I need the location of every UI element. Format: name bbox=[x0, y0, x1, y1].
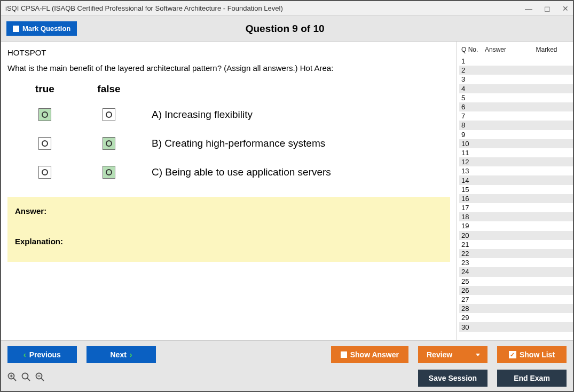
list-item[interactable]: 11 bbox=[459, 148, 573, 157]
list-item[interactable]: 14 bbox=[459, 175, 573, 185]
hotspot-row: B) Creating high-performance systems bbox=[23, 137, 452, 150]
svg-line-1 bbox=[13, 378, 16, 381]
header-true: true bbox=[23, 83, 66, 95]
list-item[interactable]: 25 bbox=[459, 277, 573, 286]
mark-question-button[interactable]: Mark Question bbox=[6, 21, 77, 36]
radio-true[interactable] bbox=[38, 137, 51, 150]
review-label: Review bbox=[427, 350, 452, 359]
next-button[interactable]: Next › bbox=[87, 346, 156, 363]
answer-label: Answer: bbox=[15, 206, 443, 215]
zoom-out-icon[interactable] bbox=[35, 372, 45, 385]
mark-question-label: Mark Question bbox=[22, 25, 70, 33]
radio-false[interactable] bbox=[103, 166, 115, 179]
window-title: iSQI CPSA-FL (ISAQB Certified Profession… bbox=[5, 4, 525, 12]
app-window: iSQI CPSA-FL (ISAQB Certified Profession… bbox=[0, 0, 574, 392]
radio-false[interactable] bbox=[103, 108, 115, 121]
list-item[interactable]: 21 bbox=[459, 240, 573, 249]
question-list[interactable]: 1234567891011121314151617181920212223242… bbox=[459, 57, 573, 340]
option-text: C) Being able to use application servers bbox=[152, 166, 331, 178]
question-counter: Question 9 of 10 bbox=[77, 23, 493, 35]
list-item[interactable]: 10 bbox=[459, 139, 573, 148]
col-marked: Marked bbox=[522, 46, 571, 53]
titlebar: iSQI CPSA-FL (ISAQB Certified Profession… bbox=[1, 1, 573, 16]
list-item[interactable]: 16 bbox=[459, 194, 573, 203]
list-item[interactable]: 6 bbox=[459, 102, 573, 111]
svg-point-4 bbox=[22, 373, 28, 379]
list-item[interactable]: 4 bbox=[459, 84, 573, 93]
list-item[interactable]: 22 bbox=[459, 249, 573, 258]
review-button[interactable]: Review bbox=[418, 346, 487, 363]
explanation-label: Explanation: bbox=[15, 237, 443, 246]
end-exam-button[interactable]: End Exam bbox=[497, 370, 567, 387]
list-item[interactable]: 30 bbox=[459, 322, 573, 331]
list-item[interactable]: 17 bbox=[459, 203, 573, 212]
list-item[interactable]: 18 bbox=[459, 212, 573, 221]
next-label: Next bbox=[110, 350, 126, 359]
col-answer: Answer bbox=[485, 46, 522, 53]
close-icon[interactable]: ✕ bbox=[562, 4, 569, 13]
list-item[interactable]: 23 bbox=[459, 258, 573, 267]
radio-true[interactable] bbox=[38, 108, 51, 121]
list-item[interactable]: 20 bbox=[459, 231, 573, 240]
hotspot-grid: true false A) Increasing flexibilityB) C… bbox=[7, 83, 452, 195]
list-item[interactable]: 3 bbox=[459, 75, 573, 84]
list-item[interactable]: 1 bbox=[459, 57, 573, 66]
check-icon: ✓ bbox=[509, 351, 516, 358]
show-answer-label: Show Answer bbox=[350, 350, 399, 359]
show-list-button[interactable]: ✓ Show List bbox=[497, 346, 567, 363]
svg-line-7 bbox=[41, 378, 44, 381]
question-list-panel: Q No. Answer Marked 12345678910111213141… bbox=[457, 42, 573, 340]
save-session-button[interactable]: Save Session bbox=[418, 370, 487, 387]
option-text: B) Creating high-performance systems bbox=[152, 138, 325, 149]
chevron-down-icon bbox=[476, 354, 480, 356]
question-list-header: Q No. Answer Marked bbox=[459, 45, 573, 57]
previous-button[interactable]: ‹ Previous bbox=[7, 346, 77, 363]
list-item[interactable]: 8 bbox=[459, 121, 573, 130]
list-item[interactable]: 5 bbox=[459, 93, 573, 102]
hotspot-row: A) Increasing flexibility bbox=[23, 108, 452, 121]
svg-line-5 bbox=[27, 378, 30, 381]
checkbox-icon bbox=[13, 26, 19, 32]
list-item[interactable]: 13 bbox=[459, 166, 573, 175]
minimize-icon[interactable]: — bbox=[525, 4, 532, 13]
header-false: false bbox=[88, 83, 130, 95]
radio-true[interactable] bbox=[38, 166, 51, 179]
chevron-left-icon: ‹ bbox=[23, 350, 26, 359]
footer: ‹ Previous Next › Show Answer Review ✓ S… bbox=[1, 340, 573, 391]
list-item[interactable]: 2 bbox=[459, 66, 573, 75]
radio-false[interactable] bbox=[103, 137, 115, 150]
list-item[interactable]: 28 bbox=[459, 304, 573, 313]
maximize-icon[interactable]: ◻ bbox=[544, 4, 551, 13]
answer-panel: Answer: Explanation: bbox=[7, 197, 450, 262]
checkbox-icon bbox=[341, 351, 347, 358]
show-list-label: Show List bbox=[520, 350, 555, 359]
list-item[interactable]: 27 bbox=[459, 295, 573, 304]
list-item[interactable]: 7 bbox=[459, 111, 573, 121]
hotspot-row: C) Being able to use application servers bbox=[23, 166, 452, 179]
question-type: HOTSPOT bbox=[7, 48, 452, 57]
save-session-label: Save Session bbox=[429, 374, 477, 382]
list-item[interactable]: 24 bbox=[459, 267, 573, 276]
list-item[interactable]: 12 bbox=[459, 157, 573, 166]
previous-label: Previous bbox=[29, 350, 61, 359]
zoom-reset-icon[interactable] bbox=[21, 372, 31, 385]
end-exam-label: End Exam bbox=[514, 374, 550, 382]
body: HOTSPOT What is the main benefit of the … bbox=[1, 42, 573, 340]
question-area: HOTSPOT What is the main benefit of the … bbox=[1, 42, 457, 340]
chevron-right-icon: › bbox=[130, 350, 132, 359]
header: Mark Question Question 9 of 10 bbox=[1, 16, 573, 42]
list-item[interactable]: 29 bbox=[459, 313, 573, 322]
zoom-controls bbox=[7, 372, 45, 385]
list-item[interactable]: 15 bbox=[459, 185, 573, 194]
option-text: A) Increasing flexibility bbox=[152, 109, 253, 121]
col-qno: Q No. bbox=[461, 46, 485, 53]
zoom-in-icon[interactable] bbox=[7, 372, 17, 385]
show-answer-button[interactable]: Show Answer bbox=[331, 346, 408, 363]
question-text: What is the main benefit of the layered … bbox=[7, 63, 452, 73]
list-item[interactable]: 9 bbox=[459, 130, 573, 139]
list-item[interactable]: 19 bbox=[459, 221, 573, 230]
list-item[interactable]: 26 bbox=[459, 286, 573, 295]
